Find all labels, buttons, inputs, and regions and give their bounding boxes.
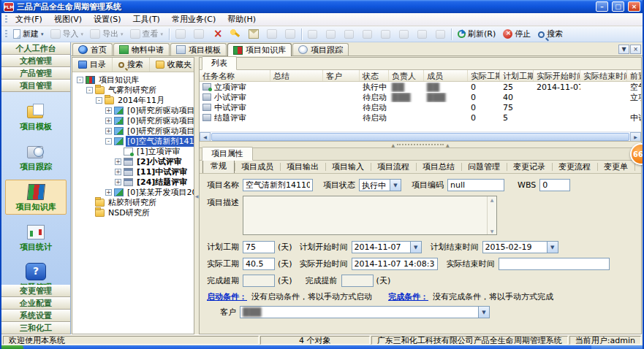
actual-start-input[interactable] <box>352 258 438 270</box>
tree-node[interactable]: 粘胶剂研究所 <box>75 197 194 207</box>
project-description-textarea[interactable]: ▲▼ <box>243 196 497 235</box>
overdue-input[interactable] <box>243 275 275 287</box>
sidebar-item-问题管理[interactable]: 问题管理 <box>5 260 67 285</box>
tab-list[interactable]: 列表 <box>202 56 237 70</box>
start-condition-link[interactable]: 启动条件： <box>207 291 247 302</box>
delete-button[interactable] <box>209 28 225 39</box>
horizontal-scrollbar[interactable]: ◀ ▶ <box>200 131 641 141</box>
stop-button[interactable]: 停止 <box>500 28 534 40</box>
inner-tab-项目成员[interactable]: 项目成员 <box>235 161 280 173</box>
expand-icon[interactable]: + <box>115 158 121 165</box>
inner-tab-问题管理[interactable]: 问题管理 <box>461 161 507 173</box>
print-button[interactable] <box>264 28 280 39</box>
sidebar-item-项目模板[interactable]: 项目模板 <box>5 99 67 134</box>
inner-tab-变更单[interactable]: 变更单 <box>597 161 634 173</box>
stamp-button[interactable] <box>433 29 448 39</box>
tree-node[interactable]: +[0]研究所驱动项目20141105 <box>75 115 194 126</box>
tree-button-搜索[interactable]: 搜索 <box>113 58 150 72</box>
plan-start-select[interactable]: 2014-11-07 ▼ <box>352 241 422 253</box>
minimize-button[interactable]: – <box>596 1 608 12</box>
close-button[interactable]: × <box>628 1 640 12</box>
expand-icon[interactable]: + <box>105 107 112 114</box>
expand-icon[interactable]: + <box>105 189 112 196</box>
tree-node[interactable]: +[11]中试评审 <box>75 166 194 177</box>
tree-button-收藏夹[interactable]: 收藏夹 <box>150 58 198 72</box>
menu-item-3[interactable]: 工具(T) <box>127 13 166 26</box>
tree-node[interactable]: -[0]空气清新剂141107 <box>75 136 194 146</box>
tree-node[interactable]: -2014年11月 <box>75 95 194 105</box>
column-header-前置任务[interactable]: 前置任务 <box>627 70 641 81</box>
table-row[interactable]: 立项评审执行中████0252014-11-07空气清 <box>200 82 641 92</box>
column-header-实际开始时间[interactable]: 实际开始时间 <box>534 70 580 81</box>
view-button[interactable]: 查看▾ <box>127 28 167 40</box>
inner-tab-项目输出[interactable]: 项目输出 <box>280 161 325 173</box>
actual-end-input[interactable] <box>499 258 610 270</box>
approve-button[interactable] <box>414 29 430 39</box>
inner-tab-项目总结[interactable]: 项目总结 <box>416 161 461 173</box>
erase-button[interactable] <box>378 29 393 39</box>
start-button-sliver[interactable] <box>1 345 23 349</box>
column-header-计划工期[interactable]: 计划工期 <box>500 70 534 81</box>
checkin-button[interactable] <box>305 29 320 39</box>
chevron-down-icon[interactable]: ▼ <box>390 180 401 191</box>
column-header-实际工期[interactable]: 实际工期 <box>468 70 500 81</box>
undo-button[interactable] <box>360 29 375 39</box>
menu-item-0[interactable]: 文件(F) <box>10 13 48 26</box>
chevron-down-icon[interactable]: ▼ <box>478 307 489 318</box>
tree-node[interactable]: NSD研究所 <box>75 207 194 218</box>
key-button[interactable] <box>227 28 243 39</box>
refresh-button[interactable]: 刷新(R) <box>455 28 499 40</box>
inner-tab-常规[interactable]: 常规 <box>202 161 235 174</box>
column-header-状态[interactable]: 状态 <box>360 70 389 81</box>
search-button[interactable]: 搜索 <box>535 28 566 40</box>
menu-item-1[interactable]: 视图(V) <box>48 13 88 26</box>
sidebar-group-产品管理[interactable]: 产品管理 <box>1 67 70 80</box>
tab-项目模板[interactable]: 项目模板 <box>170 43 227 55</box>
sidebar-group-三和化工[interactable]: 三和化工 <box>1 322 70 334</box>
edit-button[interactable] <box>341 29 357 39</box>
sidebar-group-变更管理[interactable]: 变更管理 <box>1 285 70 297</box>
menu-item-5[interactable]: 帮助(H) <box>221 13 262 26</box>
collapse-icon[interactable]: - <box>105 138 112 145</box>
scroll-thumb[interactable] <box>211 133 629 141</box>
tree-node[interactable]: +[0]研究所驱动项目20111050 <box>75 126 194 136</box>
sidebar-group-项目管理[interactable]: 项目管理 <box>1 80 70 92</box>
import-button[interactable]: 导入▾ <box>48 28 87 40</box>
expand-icon[interactable]: + <box>115 169 121 175</box>
ahead-input[interactable] <box>341 275 374 287</box>
expand-icon[interactable]: + <box>105 128 112 134</box>
menu-item-2[interactable]: 设置(S) <box>88 13 127 26</box>
tree-node[interactable]: [1]立项评审 <box>75 146 194 156</box>
column-header-客户[interactable]: 客户 <box>323 70 360 81</box>
pen-button[interactable] <box>396 29 412 39</box>
column-header-实际结束时间[interactable]: 实际结束时间 <box>580 70 627 81</box>
expand-icon[interactable]: + <box>105 118 112 124</box>
actual-duration-input[interactable] <box>243 258 275 270</box>
collapse-icon[interactable]: - <box>86 87 93 93</box>
sidebar-item-项目统计[interactable]: 项目统计 <box>5 220 67 255</box>
new-page-button[interactable]: 新建▾ <box>10 28 47 40</box>
tab-项目跟踪[interactable]: 项目跟踪 <box>292 43 349 55</box>
cut-button[interactable] <box>173 28 189 39</box>
project-status-select[interactable]: 执行中 ▼ <box>359 179 401 191</box>
sidebar-group-系统设置[interactable]: 系统设置 <box>1 310 70 322</box>
inner-tab-项目流程[interactable]: 项目流程 <box>371 161 416 173</box>
plan-end-select[interactable]: 2015-02-19 ▼ <box>482 241 558 253</box>
tab-项目知识库[interactable]: 项目知识库 <box>227 43 292 56</box>
tree-node[interactable]: -气雾剂研究所 <box>75 85 194 95</box>
inner-tab-变更流程[interactable]: 变更流程 <box>552 161 597 173</box>
project-code-input[interactable] <box>447 179 504 191</box>
tree-node[interactable]: +[24]结题评审 <box>75 177 194 187</box>
customer-select[interactable]: ███ ▼ <box>240 306 490 318</box>
tree-node[interactable]: +[2]小试评审 <box>75 156 194 166</box>
tab-物料申请[interactable]: 物料申请 <box>113 43 170 55</box>
tab-project-properties[interactable]: 项目属性 <box>202 147 253 161</box>
close-tab-button[interactable]: × <box>630 45 641 54</box>
sidebar-item-项目跟踪[interactable]: 项目跟踪 <box>5 139 67 174</box>
tree-node[interactable]: +[0]研究所驱动项目 <box>75 105 194 115</box>
menu-item-4[interactable]: 常用业务(C) <box>166 13 221 26</box>
attach-button[interactable] <box>282 28 298 39</box>
horizontal-splitter[interactable]: ▲ ▲ <box>200 141 641 147</box>
send-mail-button[interactable] <box>246 28 262 39</box>
tab-首页[interactable]: 首页 <box>72 43 113 55</box>
